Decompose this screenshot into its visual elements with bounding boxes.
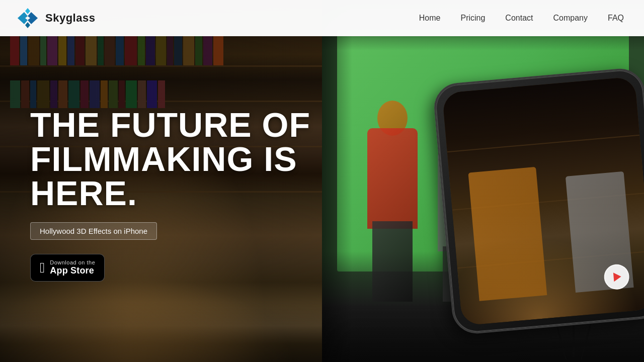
book-spine bbox=[67, 35, 74, 65]
book-spine bbox=[119, 80, 125, 108]
app-store-button[interactable]:  Download on the App Store bbox=[30, 254, 105, 282]
phone-mockup bbox=[443, 75, 644, 327]
book-spine bbox=[68, 80, 79, 108]
nav-home[interactable]: Home bbox=[419, 14, 441, 23]
book-spine bbox=[158, 80, 165, 108]
actor-figure bbox=[352, 101, 433, 302]
book-spine bbox=[47, 35, 57, 65]
app-store-small-text: Download on the bbox=[50, 259, 95, 265]
app-store-big-text: App Store bbox=[50, 265, 95, 276]
hero-left-panel: THE FUTURE OF FILMMAKING IS HERE. Hollyw… bbox=[0, 0, 322, 362]
hero-content: THE FUTURE OF FILMMAKING IS HERE. Hollyw… bbox=[30, 108, 312, 282]
book-spine bbox=[116, 35, 124, 65]
nav-contact[interactable]: Contact bbox=[505, 14, 533, 23]
phone-shelf-1 bbox=[447, 135, 640, 152]
book-spine bbox=[156, 35, 166, 65]
phone-outer-frame bbox=[432, 67, 644, 336]
book-spine bbox=[98, 35, 104, 65]
book-spine bbox=[90, 80, 100, 108]
book-spine bbox=[195, 35, 202, 65]
shirt-shape bbox=[367, 128, 418, 229]
book-spine bbox=[126, 80, 137, 108]
hero-title: THE FUTURE OF FILMMAKING IS HERE. bbox=[30, 108, 312, 210]
book-spine bbox=[80, 80, 89, 108]
book-spine bbox=[174, 35, 182, 65]
phone-person-1 bbox=[468, 167, 547, 301]
book-spine bbox=[58, 80, 67, 108]
nav-links: Home Pricing Contact Company FAQ bbox=[419, 14, 624, 23]
hero-subtitle-badge: Hollywood 3D Effects on iPhone bbox=[30, 222, 157, 240]
book-spine bbox=[167, 35, 173, 65]
logo-icon bbox=[15, 7, 40, 29]
app-store-text-group: Download on the App Store bbox=[50, 259, 95, 276]
hero-title-line1: THE FUTURE OF bbox=[30, 106, 310, 144]
hero-right-panel bbox=[322, 0, 644, 362]
nav-pricing[interactable]: Pricing bbox=[460, 14, 485, 23]
book-spine bbox=[105, 35, 115, 65]
book-spine bbox=[75, 35, 85, 65]
book-row-2 bbox=[10, 80, 312, 108]
book-spine bbox=[146, 35, 155, 65]
book-spine bbox=[109, 80, 118, 108]
book-spine bbox=[37, 80, 49, 108]
book-spine bbox=[30, 80, 36, 108]
book-spine bbox=[10, 35, 19, 65]
book-spine bbox=[50, 80, 57, 108]
book-spine bbox=[101, 80, 108, 108]
navbar: Skyglass Home Pricing Contact Company FA… bbox=[0, 0, 644, 36]
book-spine bbox=[20, 35, 27, 65]
svg-marker-4 bbox=[25, 8, 30, 14]
book-spine bbox=[10, 80, 20, 108]
book-spine bbox=[213, 35, 223, 65]
hero-subtitle-text: Hollywood 3D Effects on iPhone bbox=[40, 227, 147, 235]
hero-section: THE FUTURE OF FILMMAKING IS HERE. Hollyw… bbox=[0, 0, 644, 362]
book-spine bbox=[138, 35, 145, 65]
apple-icon:  bbox=[40, 261, 45, 275]
book-spine bbox=[125, 35, 137, 65]
book-spine bbox=[183, 35, 194, 65]
book-spine bbox=[21, 80, 29, 108]
nav-company[interactable]: Company bbox=[553, 14, 588, 23]
brand-name: Skyglass bbox=[45, 12, 95, 25]
book-spine bbox=[203, 35, 212, 65]
book-spine bbox=[28, 35, 39, 65]
svg-marker-5 bbox=[25, 22, 30, 28]
book-spine bbox=[138, 80, 146, 108]
nav-faq[interactable]: FAQ bbox=[608, 14, 624, 23]
book-row-1 bbox=[10, 35, 312, 65]
pants-shape bbox=[372, 221, 413, 302]
book-spine bbox=[40, 35, 46, 65]
book-spine bbox=[58, 35, 66, 65]
book-spine bbox=[147, 80, 157, 108]
logo-area[interactable]: Skyglass bbox=[15, 7, 95, 29]
hero-title-line2: FILMMAKING IS HERE. bbox=[30, 140, 297, 212]
book-spine bbox=[86, 35, 97, 65]
play-triangle-icon bbox=[613, 272, 622, 282]
